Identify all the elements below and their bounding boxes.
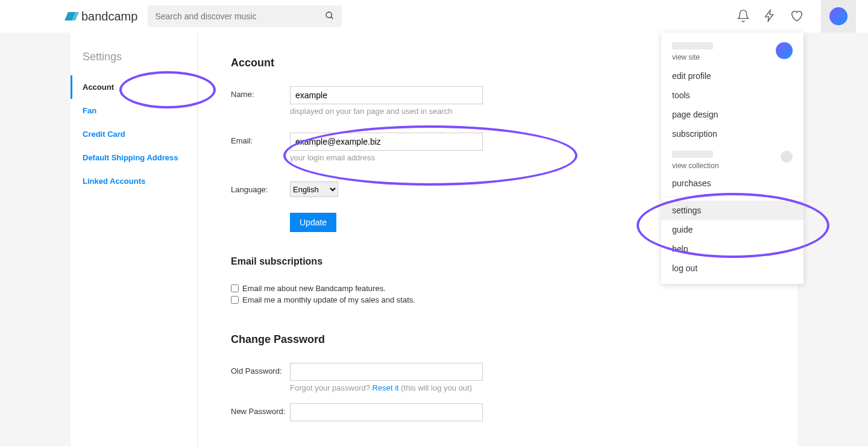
- search-icon[interactable]: [325, 11, 335, 22]
- language-label: Language:: [231, 181, 290, 194]
- svg-line-1: [331, 17, 333, 19]
- search-input[interactable]: [155, 11, 325, 21]
- dropdown-settings[interactable]: settings: [661, 201, 804, 220]
- dropdown-edit-profile[interactable]: edit profile: [661, 66, 804, 86]
- sidebar-title: Settings: [71, 51, 197, 75]
- new-pw-label: New Password:: [231, 403, 290, 416]
- sub-features-checkbox[interactable]: [231, 284, 239, 292]
- dropdown-view-collection[interactable]: view collection: [672, 162, 719, 170]
- avatar-menu-trigger[interactable]: [821, 0, 856, 33]
- avatar-icon: [829, 7, 848, 25]
- sidebar-item-linked[interactable]: Linked Accounts: [71, 169, 197, 193]
- dropdown-avatar-icon: [776, 42, 793, 59]
- sub-features-label: Email me about new Bandcamp features.: [242, 284, 386, 293]
- sidebar-item-credit-card[interactable]: Credit Card: [71, 122, 197, 146]
- sub-features-row[interactable]: Email me about new Bandcamp features.: [231, 284, 764, 293]
- app-header: bandcamp: [0, 0, 868, 33]
- reset-link[interactable]: Reset it: [373, 383, 399, 392]
- dropdown-view-site[interactable]: view site: [672, 53, 713, 61]
- dropdown-subscription[interactable]: subscription: [661, 124, 804, 143]
- logo[interactable]: bandcamp: [64, 10, 137, 24]
- dropdown-help[interactable]: help: [661, 239, 804, 259]
- dropdown-divider: [661, 196, 804, 197]
- header-icons: [737, 0, 856, 33]
- old-password-input[interactable]: [290, 363, 483, 381]
- dropdown-tools[interactable]: tools: [661, 86, 804, 105]
- email-input[interactable]: [290, 133, 483, 151]
- name-input[interactable]: [290, 86, 483, 104]
- logo-text: bandcamp: [81, 10, 137, 24]
- forgot-hint: Forgot your password? Reset it (this wil…: [290, 383, 764, 392]
- password-heading: Change Password: [231, 333, 764, 346]
- svg-point-0: [326, 12, 332, 17]
- language-select[interactable]: English: [290, 181, 338, 197]
- dropdown-header: view site: [661, 33, 804, 66]
- user-dropdown: view site edit profile tools page design…: [661, 33, 804, 284]
- dropdown-section2: view collection: [661, 143, 804, 174]
- settings-sidebar: Settings Account Fan Credit Card Default…: [71, 33, 198, 446]
- new-password-input[interactable]: [290, 403, 483, 421]
- bell-icon[interactable]: [737, 9, 750, 24]
- old-pw-row: Old Password: Forgot your password? Rese…: [231, 363, 764, 400]
- sub-monthly-row[interactable]: Email me a monthly update of my sales an…: [231, 295, 764, 304]
- dropdown-avatar2-icon: [781, 151, 793, 163]
- sidebar-item-shipping[interactable]: Default Shipping Address: [71, 146, 197, 169]
- dropdown-username-placeholder: [672, 42, 713, 49]
- dropdown-username2-placeholder: [672, 151, 713, 158]
- password-section: Change Password Old Password: Forgot you…: [231, 333, 764, 421]
- update-button[interactable]: Update: [290, 213, 336, 232]
- sub-monthly-label: Email me a monthly update of my sales an…: [242, 295, 415, 304]
- dropdown-purchases[interactable]: purchases: [661, 174, 804, 193]
- heart-icon[interactable]: [790, 9, 803, 24]
- old-pw-label: Old Password:: [231, 363, 290, 375]
- name-label: Name:: [231, 86, 290, 99]
- logo-icon: [64, 10, 79, 24]
- dropdown-guide[interactable]: guide: [661, 220, 804, 239]
- sidebar-item-account[interactable]: Account: [71, 75, 197, 99]
- search-box[interactable]: [148, 5, 342, 27]
- new-pw-row: New Password:: [231, 403, 764, 421]
- sub-monthly-checkbox[interactable]: [231, 296, 239, 304]
- email-label: Email:: [231, 133, 290, 145]
- dropdown-page-design[interactable]: page design: [661, 105, 804, 124]
- sidebar-item-fan[interactable]: Fan: [71, 99, 197, 122]
- dropdown-logout[interactable]: log out: [661, 259, 804, 278]
- bolt-icon[interactable]: [763, 9, 776, 24]
